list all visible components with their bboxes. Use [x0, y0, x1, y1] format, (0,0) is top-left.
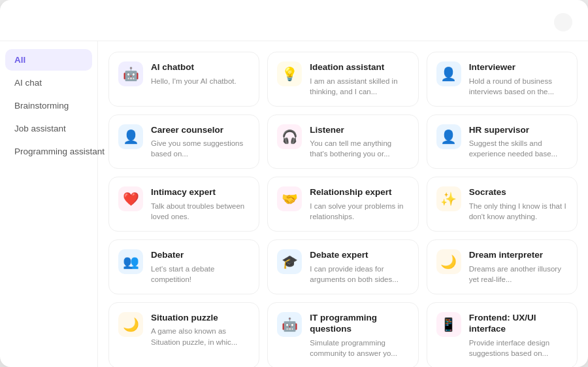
card-desc-debate-expert: I can provide ideas for arguments on bot…: [310, 264, 408, 285]
card-desc-career-counselor: Give you some suggestions based on...: [151, 138, 250, 159]
cards-content: 🤖 AI chatbot Hello, I'm your AI chatbot.…: [98, 41, 588, 367]
card-icon-socrates: ✨: [436, 186, 461, 211]
card-icon-relationship-expert: 🤝: [277, 186, 302, 211]
card-text-frontend-ux: Frontend: UX/UI interface Provide interf…: [469, 312, 568, 358]
card-text-relationship-expert: Relationship expert I can solve your pro…: [310, 186, 408, 222]
card-name-socrates: Socrates: [469, 186, 568, 198]
card-text-career-counselor: Career counselor Give you some suggestio…: [151, 124, 250, 160]
sidebar: AllAI chatBrainstormingJob assistantProg…: [0, 41, 98, 367]
card-debater[interactable]: 👥 Debater Let's start a debate competiti…: [108, 239, 259, 294]
card-icon-dream-interpreter: 🌙: [436, 249, 461, 274]
card-name-ai-chatbot: AI chatbot: [151, 61, 250, 73]
card-icon-hr-supervisor: 👤: [436, 124, 461, 149]
card-dream-interpreter[interactable]: 🌙 Dream interpreter Dreams are another i…: [427, 239, 578, 294]
card-name-dream-interpreter: Dream interpreter: [469, 249, 568, 261]
card-ai-chatbot[interactable]: 🤖 AI chatbot Hello, I'm your AI chatbot.: [108, 52, 259, 107]
card-name-hr-supervisor: HR supervisor: [469, 124, 568, 136]
card-ideation-assistant[interactable]: 💡 Ideation assistant I am an assistant s…: [267, 52, 418, 107]
card-icon-debate-expert: 🎓: [277, 249, 302, 274]
card-relationship-expert[interactable]: 🤝 Relationship expert I can solve your p…: [267, 177, 418, 232]
card-icon-career-counselor: 👤: [118, 124, 143, 149]
card-name-debater: Debater: [151, 249, 250, 261]
card-text-hr-supervisor: HR supervisor Suggest the skills and exp…: [469, 124, 568, 160]
card-text-debater: Debater Let's start a debate competition…: [151, 249, 250, 285]
card-desc-hr-supervisor: Suggest the skills and experience needed…: [469, 138, 568, 159]
card-hr-supervisor[interactable]: 👤 HR supervisor Suggest the skills and e…: [427, 114, 578, 169]
card-text-situation-puzzle: Situation puzzle A game also known as Si…: [151, 312, 250, 347]
sidebar-item-programming-assistant[interactable]: Programming assistant: [5, 141, 92, 162]
close-button[interactable]: [554, 13, 572, 31]
character-picker-modal: AllAI chatBrainstormingJob assistantProg…: [0, 0, 588, 367]
card-icon-interviewer: 👤: [436, 61, 461, 86]
sidebar-item-ai-chat[interactable]: AI chat: [5, 72, 92, 94]
card-name-frontend-ux: Frontend: UX/UI interface: [469, 312, 568, 335]
card-frontend-ux[interactable]: 📱 Frontend: UX/UI interface Provide inte…: [427, 302, 578, 367]
card-desc-frontend-ux: Provide interface design suggestions bas…: [469, 338, 568, 358]
card-name-relationship-expert: Relationship expert: [310, 186, 408, 198]
card-text-intimacy-expert: Intimacy expert Talk about troubles betw…: [151, 186, 250, 222]
cards-grid: 🤖 AI chatbot Hello, I'm your AI chatbot.…: [108, 52, 578, 367]
card-name-debate-expert: Debate expert: [310, 249, 408, 261]
card-desc-relationship-expert: I can solve your problems in relationshi…: [310, 201, 408, 222]
card-name-it-programming: IT programming questions: [310, 312, 408, 335]
card-icon-debater: 👥: [118, 249, 143, 274]
card-interviewer[interactable]: 👤 Interviewer Hold a round of business i…: [427, 52, 578, 107]
card-career-counselor[interactable]: 👤 Career counselor Give you some suggest…: [108, 114, 259, 169]
card-text-it-programming: IT programming questions Simulate progra…: [310, 312, 408, 358]
sidebar-item-brainstorming[interactable]: Brainstorming: [5, 95, 92, 116]
card-desc-ideation-assistant: I am an assistant skilled in thinking, a…: [310, 76, 408, 97]
modal-body: AllAI chatBrainstormingJob assistantProg…: [0, 41, 588, 367]
card-listener[interactable]: 🎧 Listener You can tell me anything that…: [267, 114, 418, 169]
card-icon-it-programming: 🤖: [277, 312, 302, 337]
card-name-listener: Listener: [310, 124, 408, 136]
card-desc-it-programming: Simulate programming community to answer…: [310, 338, 408, 358]
sidebar-item-job-assistant[interactable]: Job assistant: [5, 118, 92, 139]
card-text-socrates: Socrates The only thing I know is that I…: [469, 186, 568, 222]
card-icon-frontend-ux: 📱: [436, 312, 461, 337]
card-desc-dream-interpreter: Dreams are another illusory yet real-lif…: [469, 264, 568, 285]
card-text-debate-expert: Debate expert I can provide ideas for ar…: [310, 249, 408, 285]
card-intimacy-expert[interactable]: ❤️ Intimacy expert Talk about troubles b…: [108, 177, 259, 232]
card-name-situation-puzzle: Situation puzzle: [151, 312, 250, 324]
card-icon-ai-chatbot: 🤖: [118, 61, 143, 86]
card-situation-puzzle[interactable]: 🌙 Situation puzzle A game also known as …: [108, 302, 259, 367]
card-desc-situation-puzzle: A game also known as Situation puzzle, i…: [151, 326, 250, 347]
card-desc-ai-chatbot: Hello, I'm your AI chatbot.: [151, 76, 250, 86]
card-name-career-counselor: Career counselor: [151, 124, 250, 136]
card-name-interviewer: Interviewer: [469, 61, 568, 73]
card-desc-intimacy-expert: Talk about troubles between loved ones.: [151, 201, 250, 222]
card-text-ideation-assistant: Ideation assistant I am an assistant ski…: [310, 61, 408, 97]
card-text-interviewer: Interviewer Hold a round of business int…: [469, 61, 568, 97]
card-text-dream-interpreter: Dream interpreter Dreams are another ill…: [469, 249, 568, 285]
card-socrates[interactable]: ✨ Socrates The only thing I know is that…: [427, 177, 578, 232]
card-desc-listener: You can tell me anything that's botherin…: [310, 138, 408, 159]
card-icon-ideation-assistant: 💡: [277, 61, 302, 86]
card-debate-expert[interactable]: 🎓 Debate expert I can provide ideas for …: [267, 239, 418, 294]
card-desc-interviewer: Hold a round of business interviews base…: [469, 76, 568, 97]
card-name-ideation-assistant: Ideation assistant: [310, 61, 408, 73]
card-icon-situation-puzzle: 🌙: [118, 312, 143, 337]
card-desc-debater: Let's start a debate competition!: [151, 264, 250, 285]
card-name-intimacy-expert: Intimacy expert: [151, 186, 250, 198]
card-icon-intimacy-expert: ❤️: [118, 186, 143, 211]
card-text-listener: Listener You can tell me anything that's…: [310, 124, 408, 160]
card-text-ai-chatbot: AI chatbot Hello, I'm your AI chatbot.: [151, 61, 250, 86]
modal-header: [0, 0, 588, 41]
card-icon-listener: 🎧: [277, 124, 302, 149]
sidebar-item-all[interactable]: All: [5, 49, 92, 71]
card-it-programming[interactable]: 🤖 IT programming questions Simulate prog…: [267, 302, 418, 367]
card-desc-socrates: The only thing I know is that I don't kn…: [469, 201, 568, 222]
